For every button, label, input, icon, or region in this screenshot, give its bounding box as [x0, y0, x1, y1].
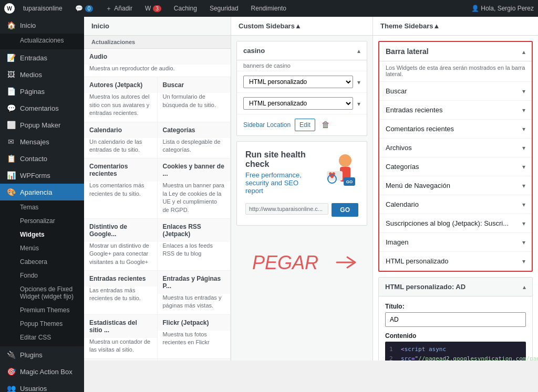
widget-entradas-header[interactable]: Entradas recientes	[84, 271, 157, 287]
casino-widget-2-chevron[interactable]	[357, 100, 360, 108]
casino-widget-2: HTML personalizado	[237, 92, 367, 114]
magic-icon: 🎯	[6, 367, 16, 376]
menu-item-magic-action-box[interactable]: 🎯 Magic Action Box	[0, 363, 84, 380]
menu-item-plugins[interactable]: 🔌 Plugins	[0, 346, 84, 363]
casino-title: casino	[243, 47, 265, 55]
submenu-editar-css[interactable]: Editar CSS	[0, 331, 84, 344]
theme-widget-buscar[interactable]: Buscar	[379, 82, 532, 101]
submenu-menus[interactable]: Menús	[0, 241, 84, 255]
theme-widget-calendario[interactable]: Calendario	[379, 195, 532, 214]
theme-widget-comentarios-chevron[interactable]	[522, 125, 525, 133]
submenu-opciones-fixed[interactable]: Opciones de Fixed Widget (widget fijo)	[0, 282, 84, 303]
widget-comentarios-recientes: Comentarios recientes Los comentarios má…	[84, 158, 158, 219]
pegar-arrow-icon	[334, 252, 360, 273]
menu-item-contacto[interactable]: 📋 Contacto	[0, 150, 84, 167]
theme-widget-html-personalizado[interactable]: HTML personalizado	[379, 252, 532, 271]
submenu-fondo[interactable]: Fondo	[0, 269, 84, 282]
widget-formulario-header[interactable]: Formulario de suscri...	[84, 359, 157, 361]
theme-widget-comentarios-recientes[interactable]: Comentarios recientes	[379, 120, 532, 139]
widget-autores-header[interactable]: Autores (Jetpack)	[84, 77, 157, 93]
widget-rss-header[interactable]: Enlaces RSS (Jetpack)	[158, 219, 231, 242]
submenu-cabecera[interactable]: Cabecera	[0, 255, 84, 269]
widget-buscar-header[interactable]: Buscar	[158, 77, 231, 93]
theme-widget-archivos[interactable]: Archivos	[379, 139, 532, 157]
widget-estadisticas-header[interactable]: Estadísticas del sitio ...	[84, 315, 157, 338]
adminbar-security[interactable]: Seguridad	[205, 0, 243, 17]
theme-widget-imagen[interactable]: Imagen	[379, 233, 532, 252]
custom-sidebars-panel: Custom Sidebars▲ casino banners de casin…	[231, 17, 373, 361]
adminbar-site[interactable]: tuparaisonline	[19, 0, 67, 17]
widget-google-desc: Mostrar un distintivo de Google+ para co…	[84, 242, 157, 270]
widget-autores-desc: Muestra los autores del sitio con sus av…	[84, 93, 157, 121]
theme-widget-archivos-chevron[interactable]	[522, 144, 525, 152]
submenu-widgets[interactable]: Widgets	[0, 228, 84, 241]
widget-cookies-header[interactable]: Cookies y banner de ...	[158, 158, 231, 182]
widget-categorias-header[interactable]: Categorías	[158, 122, 231, 138]
html-exp-chevron-up[interactable]	[523, 283, 526, 291]
widget-entradas-paginas-header[interactable]: Entradas y Páginas P...	[158, 271, 231, 294]
casino-widget-1: HTML personalizado	[237, 71, 367, 92]
sidebar-location-button[interactable]: Sidebar Location	[243, 119, 291, 131]
widget-comentarios-header[interactable]: Comentarios recientes	[84, 158, 157, 182]
barra-lateral-chevron-up[interactable]	[522, 48, 525, 56]
theme-widget-imagen-chevron[interactable]	[522, 239, 525, 246]
adminbar-performance[interactable]: Rendimiento	[247, 0, 291, 17]
theme-widget-html-chevron[interactable]	[522, 258, 525, 265]
theme-widget-suscripciones[interactable]: Suscripciones al blog (Jetpack): Suscri.…	[379, 214, 532, 233]
theme-widget-entradas-recientes[interactable]: Entradas recientes	[379, 101, 532, 120]
submenu-temas[interactable]: Temas	[0, 200, 84, 214]
health-check-url-input[interactable]	[245, 203, 328, 215]
casino-widget-1-select[interactable]: HTML personalizado	[243, 76, 353, 88]
submenu-updates[interactable]: Actualizaciones	[0, 34, 84, 47]
health-check-go-button[interactable]: GO	[332, 203, 358, 217]
menu-item-inicio[interactable]: 🏠 Inicio	[0, 17, 84, 34]
admin-menu: 🏠 Inicio Actualizaciones 📝 Entradas 🖼 Me…	[0, 17, 84, 392]
theme-widget-menu-chevron[interactable]	[522, 182, 525, 189]
sidebar-edit-button[interactable]: Edit	[295, 119, 315, 131]
adminbar-add[interactable]: ＋ Añadir	[101, 0, 137, 17]
barra-lateral-header: Barra lateral	[379, 42, 532, 61]
menu-item-apariencia[interactable]: 🎨 Apariencia	[0, 184, 84, 200]
theme-widget-menu-navegacion[interactable]: Menú de Navegación	[379, 176, 532, 195]
widget-flickr: Flickr (Jetpack) Muestra tus fotos recie…	[158, 315, 231, 359]
theme-widget-entradas-chevron[interactable]	[522, 107, 525, 114]
casino-chevron-up[interactable]	[357, 47, 360, 55]
theme-widget-buscar-chevron[interactable]	[522, 88, 525, 95]
pegar-area: PEGAR	[231, 231, 373, 295]
code-area[interactable]: 1 <script async 2 src="//pagead2.googles…	[385, 342, 526, 361]
theme-widget-calendario-chevron[interactable]	[522, 201, 525, 208]
menu-item-paginas[interactable]: 📄 Páginas	[0, 83, 84, 100]
theme-widget-categorias[interactable]: Categorías	[379, 157, 532, 176]
menu-item-usuarios[interactable]: 👥 Usuarios	[0, 380, 84, 392]
menu-item-wpforms[interactable]: 📊 WPForms	[0, 167, 84, 184]
barra-lateral-title: Barra lateral	[386, 47, 429, 56]
casino-sidebar-header: casino	[237, 41, 367, 60]
health-check-illustration: GO	[316, 150, 358, 192]
theme-widget-categorias-chevron[interactable]	[522, 163, 525, 171]
widget-galeria-header[interactable]: Galería	[158, 359, 231, 361]
menu-item-popup-maker[interactable]: ⬜ Popup Maker	[0, 116, 84, 133]
submenu-popup-themes[interactable]: Popup Themes	[0, 317, 84, 331]
wp-logo[interactable]: W	[4, 3, 15, 14]
sidebar-areas: Custom Sidebars▲ casino banners de casin…	[231, 17, 538, 361]
menu-item-entradas[interactable]: 📝 Entradas	[0, 49, 84, 66]
casino-widget-1-chevron[interactable]	[357, 78, 360, 86]
sidebar-delete-button[interactable]: 🗑	[319, 119, 332, 131]
widget-audio: Audio Muestra un reproductor de audio.	[84, 49, 231, 77]
submenu-premium-themes[interactable]: Premium Themes	[0, 303, 84, 317]
theme-widget-suscripciones-chevron[interactable]	[522, 220, 525, 227]
widget-google-header[interactable]: Distintivo de Google...	[84, 219, 157, 242]
titulo-input[interactable]	[385, 312, 526, 327]
widget-calendario-header[interactable]: Calendario	[84, 122, 157, 138]
menu-item-medios[interactable]: 🖼 Medios	[0, 66, 84, 83]
casino-widget-2-select[interactable]: HTML personalizado	[243, 97, 353, 110]
adminbar-wp[interactable]: W 3	[141, 0, 165, 17]
widget-flickr-header[interactable]: Flickr (Jetpack)	[158, 315, 231, 331]
adminbar-comments[interactable]: 💬 0	[71, 0, 98, 17]
menu-item-mensajes[interactable]: ✉ Mensajes	[0, 133, 84, 150]
casino-sidebar-actions: Sidebar Location Edit 🗑	[237, 114, 367, 135]
submenu-personalizar[interactable]: Personalizar	[0, 214, 84, 228]
adminbar-caching[interactable]: Caching	[170, 0, 201, 17]
menu-item-comentarios[interactable]: 💬 Comentarios	[0, 100, 84, 116]
widget-audio-header[interactable]: Audio	[84, 49, 231, 65]
